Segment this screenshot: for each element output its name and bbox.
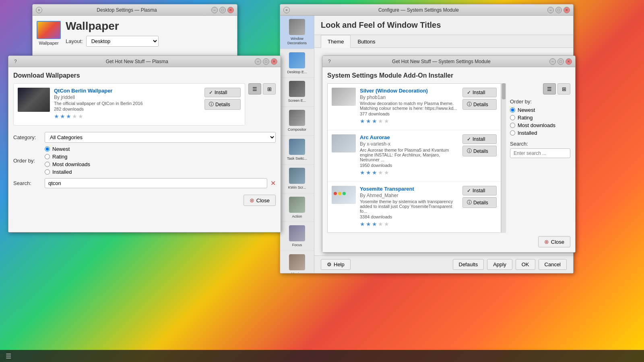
desktop-settings-title: Desktop Settings — Plasma [42,7,211,13]
order-row: Order by: Newest Rating Most downloa [13,146,276,175]
yosemite-name[interactable]: Yosemite Transparent [360,186,414,192]
order-rating-radio[interactable] [45,154,50,159]
silver-details-btn[interactable]: ⓘ Details [462,99,497,110]
sys-settings-defaults-btn[interactable]: Defaults [453,259,484,270]
wallpaper-details-btn[interactable]: ⓘ Details [204,99,241,110]
wallpaper-list-view-btn[interactable]: ☰ [248,83,261,95]
sys-settings-titlebar: ≡ Configure — System Settings Module – □… [280,4,573,16]
arc-details-btn[interactable]: ⓘ Details [462,146,497,156]
silver-install-btn[interactable]: ✓ Install [462,88,497,97]
wallpaper-item-thumbnail [18,88,50,112]
sysmod-order-rating-radio[interactable] [510,115,515,120]
desktop-settings-minimize-btn[interactable]: – [211,7,218,13]
sysmod-order-installed[interactable]: Installed [510,130,570,136]
sysmod-scrollbar[interactable] [501,83,506,233]
sys-settings-minimize-btn[interactable]: – [547,7,554,13]
order-installed-radio[interactable] [45,169,50,175]
ghnw-wallpapers-help-btn[interactable]: ? [12,59,19,64]
wallpaper-grid-view-btn[interactable]: ⊞ [263,83,276,95]
arc-install-btn[interactable]: ✓ Install [462,134,497,144]
taskbar-menu-icon: ☰ [6,353,11,360]
sys-settings-maximize-btn[interactable]: □ [555,7,562,13]
sidebar-label-kwin: KWin Scr... [288,185,306,190]
sidebar-item-window-decorations[interactable]: WindowDecorations [280,16,314,49]
sidebar-label-moving: Moving [291,272,303,273]
ghnw-wallpapers-maximize-btn[interactable]: □ [263,58,269,65]
ghnw-wallpapers-minimize-btn[interactable]: – [255,58,261,65]
ghnw-controls-row: Category: All Categories Abstract Order … [13,132,276,191]
wallpaper-search-clear-btn[interactable]: ✕ [270,179,276,187]
sys-settings-header-title: Look and Feel of Window Titles [321,21,441,29]
sidebar-item-kwin[interactable]: KWin Scr... [280,165,314,193]
star-3: ★ [66,113,71,119]
ghnw-sysmod-window: ? Get Hot New Stuff — System Settings Mo… [322,56,576,253]
sidebar-item-taskswitch[interactable]: Task Switc... [280,136,314,165]
wallpaper-item-card: QtCon Berlin Wallpaper By jriddell The o… [13,83,245,125]
sidebar-item-compositor[interactable]: Compositor [280,107,314,136]
category-select[interactable]: All Categories Abstract [45,132,276,143]
arc-name[interactable]: Arc Aurorae [360,134,390,140]
order-rating[interactable]: Rating [45,154,90,160]
taskbar-menu-btn[interactable]: ☰ [3,352,14,360]
yosemite-install-btn[interactable]: ✓ Install [462,186,497,195]
ghnw-sysmod-close-btn[interactable]: ✕ [566,58,572,65]
silver-name[interactable]: Silver (Window Decoration) [360,88,428,94]
sysmod-order-most-downloads[interactable]: Most downloads [510,122,570,128]
wallpaper-thumbnail[interactable] [37,21,61,39]
layout-select[interactable]: Desktop Folder View [86,36,159,47]
order-newest[interactable]: Newest [45,146,90,152]
kwin-scripts-icon [289,168,305,184]
sysmod-order-newest[interactable]: Newest [510,107,570,113]
ghnw-wallpapers-title: Get Hot New Stuff — Plasma [19,59,255,64]
sys-settings-ok-btn[interactable]: OK [516,259,535,270]
desktop-settings-body: Wallpaper Wallpaper Layout: Desktop Fold… [33,16,237,51]
sysmod-scroll-thumb [502,83,506,99]
desktop-settings-maximize-btn[interactable]: □ [219,7,226,13]
ghnw-sysmod-maximize-btn[interactable]: □ [557,58,564,65]
sysmod-order-most-downloads-radio[interactable] [510,123,515,128]
order-most-downloads-radio[interactable] [45,162,50,167]
window-decorations-icon [289,19,305,35]
sysmod-order-newest-radio[interactable] [510,107,515,113]
ghnw-sysmod-section-title: System Settings Module Add-On Installer [327,72,570,79]
silver-downloads: 377 downloads [360,111,458,116]
sys-settings-apply-btn[interactable]: Apply [487,259,512,270]
ghnw-wallpapers-close-btn[interactable]: ⊗ Close [244,195,276,206]
sys-settings-help-btn[interactable]: ⚙ Help [321,259,351,270]
wallpaper-item-list: QtCon Berlin Wallpaper By jriddell The o… [13,83,245,129]
wallpaper-install-btn[interactable]: ✓ Install [204,88,241,97]
wallpaper-search-input[interactable] [45,178,267,188]
sysmod-order-installed-radio[interactable] [510,130,515,136]
sys-settings-menu-btn[interactable]: ≡ [283,7,290,13]
actions-icon [289,197,305,213]
order-newest-radio[interactable] [45,146,50,152]
list-view-icon: ☰ [252,86,257,92]
sidebar-item-desktop[interactable]: Desktop E... [280,49,314,78]
sidebar-item-focus[interactable]: Focus [280,222,314,251]
sysmod-grid-view-btn[interactable]: ⊞ [557,83,570,95]
sidebar-item-screen[interactable]: Screen E... [280,78,314,107]
wallpaper-thumb-container: Wallpaper [37,21,61,45]
yosemite-details-btn[interactable]: ⓘ Details [462,197,497,208]
sidebar-item-action[interactable]: Action [280,193,314,222]
sys-settings-close-btn[interactable]: ✕ [564,7,570,13]
sysmod-search-input[interactable] [510,148,570,158]
star-4: ★ [72,113,77,119]
tab-theme[interactable]: Theme [321,35,351,48]
order-installed[interactable]: Installed [45,169,90,175]
ghnw-sysmod-minimize-btn[interactable]: – [549,58,556,65]
ghnw-sysmod-help-btn[interactable]: ? [326,59,333,64]
sysmod-list-view-btn[interactable]: ☰ [543,83,556,95]
sysmod-order-rating[interactable]: Rating [510,115,570,121]
ghnw-wallpapers-close-btn[interactable]: ✕ [271,58,277,65]
ghnw-sysmod-close-btn[interactable]: ⊗ Close [538,236,570,247]
desktop-settings-close-btn[interactable]: ✕ [227,7,234,13]
order-most-downloads[interactable]: Most downloads [45,161,90,167]
sidebar-item-moving[interactable]: Moving [280,251,314,273]
desktop-settings-menu-btn[interactable]: ≡ [36,7,42,13]
tab-buttons[interactable]: Buttons [351,35,382,48]
silver-stars: ★ ★ ★ ★ ★ [360,118,458,124]
sysmod-item-arc: Arc Aurorae By x-varlesh-x Arc Aurorae t… [328,130,501,182]
sys-settings-cancel-btn[interactable]: Cancel [539,259,567,270]
wallpaper-item-name[interactable]: QtCon Berlin Wallpaper [54,88,112,94]
